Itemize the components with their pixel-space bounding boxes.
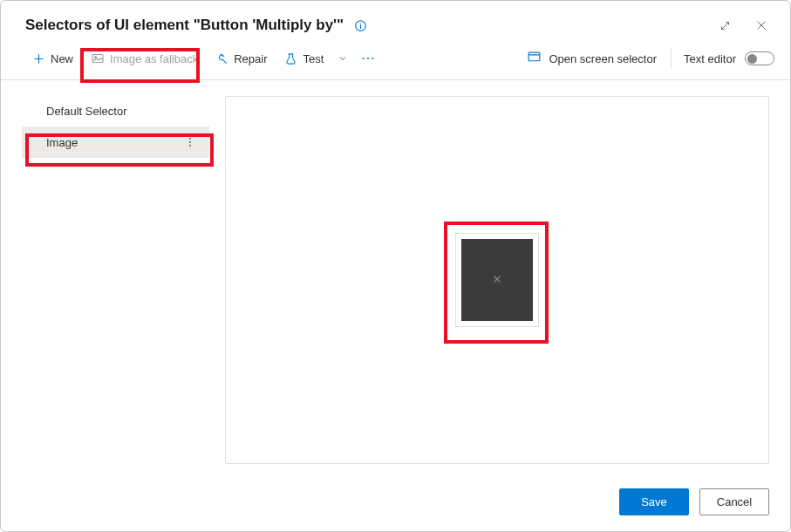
test-label: Test <box>303 52 324 65</box>
cancel-button[interactable]: Cancel <box>699 488 769 515</box>
info-icon[interactable] <box>354 19 367 32</box>
svg-point-18 <box>189 141 191 143</box>
item-more-icon[interactable] <box>183 135 197 149</box>
maximize-icon[interactable] <box>717 17 733 33</box>
dialog-footer: Save Cancel <box>619 488 769 515</box>
open-screen-selector-label: Open screen selector <box>549 52 657 65</box>
open-screen-selector-button[interactable]: Open screen selector <box>525 46 658 71</box>
test-icon <box>284 52 297 65</box>
svg-point-17 <box>189 138 191 140</box>
sidebar-item-label: Default Selector <box>46 105 127 118</box>
cancel-label: Cancel <box>717 495 752 508</box>
preview-thumbnail-frame <box>455 233 539 327</box>
preview-thumbnail[interactable] <box>461 239 533 321</box>
svg-point-2 <box>360 22 361 23</box>
save-label: Save <box>641 495 667 508</box>
text-editor-toggle[interactable] <box>745 51 774 65</box>
screen-selector-icon <box>527 50 542 67</box>
dialog-header: Selectors of UI element "Button 'Multipl… <box>1 1 790 41</box>
repair-icon <box>215 52 228 65</box>
more-button[interactable] <box>355 48 381 69</box>
image-fallback-label: Image as fallback <box>110 52 198 65</box>
sidebar-item-label: Image <box>46 136 78 149</box>
preview-pane <box>225 96 769 464</box>
selector-list: Default Selector Image <box>22 96 209 464</box>
svg-point-19 <box>189 145 191 147</box>
text-editor-label: Text editor <box>684 52 736 65</box>
test-dropdown-chevron[interactable] <box>334 53 351 64</box>
svg-point-13 <box>367 58 369 59</box>
repair-label: Repair <box>234 52 267 65</box>
new-button[interactable]: New <box>25 47 80 71</box>
image-as-fallback-button[interactable]: Image as fallback <box>84 46 205 71</box>
window-controls <box>717 17 774 33</box>
x-icon <box>491 273 503 288</box>
repair-button[interactable]: Repair <box>208 47 274 71</box>
toggle-knob <box>747 54 757 64</box>
save-button[interactable]: Save <box>619 488 689 515</box>
svg-rect-15 <box>529 52 541 61</box>
svg-line-4 <box>724 22 728 26</box>
image-icon <box>91 51 105 65</box>
toolbar-separator <box>671 49 672 68</box>
content-area: Default Selector Image <box>1 80 790 464</box>
close-icon[interactable] <box>753 17 769 33</box>
new-label: New <box>51 52 73 65</box>
text-editor-toggle-group: Text editor <box>684 51 774 65</box>
sidebar-item-default-selector[interactable]: Default Selector <box>22 96 209 126</box>
toolbar-right: Open screen selector Text editor <box>525 46 774 71</box>
sidebar-item-image[interactable]: Image <box>22 126 209 158</box>
svg-point-10 <box>95 57 97 58</box>
toolbar: New Image as fallback Repair Test <box>1 41 790 80</box>
svg-point-14 <box>372 58 374 59</box>
svg-point-12 <box>363 58 365 59</box>
test-button[interactable]: Test <box>277 47 331 71</box>
plus-icon <box>32 52 45 65</box>
dialog-title: Selectors of UI element "Button 'Multipl… <box>25 17 344 34</box>
